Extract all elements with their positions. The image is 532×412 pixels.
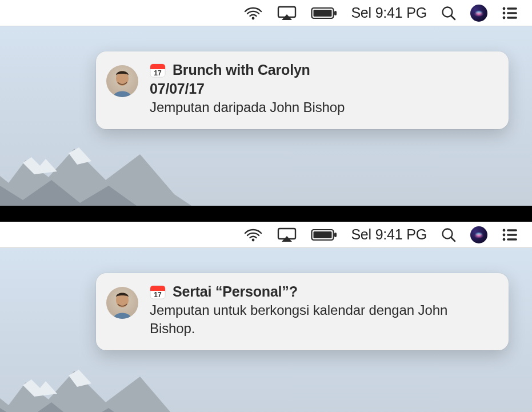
calendar-icon: 17 xyxy=(150,62,166,78)
separator xyxy=(0,206,532,222)
svg-point-28 xyxy=(503,233,506,236)
notification-center-icon[interactable] xyxy=(501,6,518,21)
desktop-background: 17 Sertai “Personal”? Jemputan untuk ber… xyxy=(0,248,532,412)
wifi-icon[interactable] xyxy=(243,6,263,21)
notification-event-invite[interactable]: 17 Brunch with Carolyn 07/07/17 Jemputan… xyxy=(96,51,509,129)
menubar: Sel 9:41 PG xyxy=(0,0,532,26)
siri-icon[interactable] xyxy=(470,226,487,243)
svg-text:17: 17 xyxy=(154,291,162,299)
svg-rect-23 xyxy=(314,231,332,238)
wallpaper-mountain xyxy=(0,354,217,412)
search-icon[interactable] xyxy=(441,227,457,243)
desktop-background: 17 Brunch with Carolyn 07/07/17 Jemputan… xyxy=(0,26,532,206)
notification-center-icon[interactable] xyxy=(501,227,518,242)
calendar-icon: 17 xyxy=(150,284,166,300)
avatar xyxy=(106,65,138,97)
svg-point-7 xyxy=(503,7,506,10)
wifi-icon[interactable] xyxy=(243,227,263,242)
siri-icon[interactable] xyxy=(470,5,487,22)
svg-rect-22 xyxy=(334,233,337,237)
menubar-clock[interactable]: Sel 9:41 PG xyxy=(351,5,427,21)
notification-title: Brunch with Carolyn xyxy=(173,62,310,78)
svg-rect-4 xyxy=(314,10,332,17)
avatar xyxy=(106,287,138,319)
svg-point-19 xyxy=(252,238,255,241)
airplay-icon[interactable] xyxy=(277,227,297,243)
svg-rect-3 xyxy=(334,11,337,15)
search-icon[interactable] xyxy=(441,5,457,21)
svg-line-25 xyxy=(451,237,455,241)
svg-point-9 xyxy=(503,11,506,14)
svg-point-0 xyxy=(252,17,255,19)
svg-point-26 xyxy=(503,229,506,231)
menubar: Sel 9:41 PG xyxy=(0,222,532,248)
airplay-icon[interactable] xyxy=(277,5,297,21)
svg-rect-12 xyxy=(507,17,517,19)
svg-text:17: 17 xyxy=(154,69,162,77)
notification-calendar-share[interactable]: 17 Sertai “Personal”? Jemputan untuk ber… xyxy=(96,273,509,350)
svg-rect-31 xyxy=(507,238,517,241)
battery-icon[interactable] xyxy=(311,229,337,241)
battery-icon[interactable] xyxy=(311,7,337,19)
notification-title: Sertai “Personal”? xyxy=(173,283,298,300)
svg-line-6 xyxy=(451,15,455,19)
svg-rect-8 xyxy=(507,7,517,10)
notification-body: Jemputan untuk berkongsi kalendar dengan… xyxy=(150,301,470,338)
notification-date: 07/07/17 xyxy=(150,79,496,98)
svg-point-30 xyxy=(503,238,506,241)
svg-rect-10 xyxy=(507,12,517,14)
wallpaper-mountain xyxy=(0,131,217,206)
svg-point-11 xyxy=(503,16,506,19)
svg-rect-29 xyxy=(507,234,517,236)
notification-body: Jemputan daripada John Bishop xyxy=(150,98,470,117)
menubar-clock[interactable]: Sel 9:41 PG xyxy=(351,226,427,243)
svg-rect-27 xyxy=(507,229,517,231)
